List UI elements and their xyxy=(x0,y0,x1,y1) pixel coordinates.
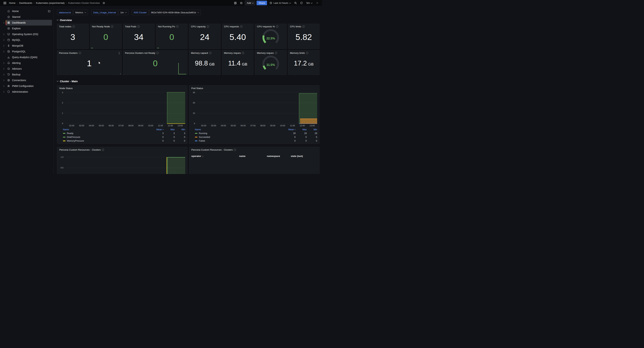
expand-chevron[interactable] xyxy=(1,68,6,70)
datasource-var-select[interactable]: Metrics xyxy=(73,10,88,15)
panel-title[interactable]: Pod Status xyxy=(191,87,203,90)
table-col-operator[interactable]: operator ↓ xyxy=(191,155,239,157)
legend-series-toggle[interactable]: MemoryPressure xyxy=(63,140,151,142)
panel-title[interactable]: CPU requests xyxy=(224,25,239,28)
legend-col-name[interactable]: Name xyxy=(195,128,283,131)
panel-title[interactable]: Total Pods xyxy=(125,25,136,28)
legend-col-max[interactable]: Max xyxy=(164,128,175,131)
legend-col-name[interactable]: Name xyxy=(63,128,151,131)
info-icon[interactable]: i xyxy=(242,52,244,54)
panel-title[interactable]: Memory capacit xyxy=(191,52,208,54)
legend-col-mean[interactable]: Mean xyxy=(283,128,296,131)
section-header-cluster-main[interactable]: Cluster - Main xyxy=(57,79,320,83)
expand-chevron[interactable] xyxy=(1,45,6,47)
sidebar-item-mongodb[interactable]: MongoDB xyxy=(6,43,52,49)
info-icon[interactable]: i xyxy=(306,52,308,54)
expand-chevron[interactable] xyxy=(1,34,6,35)
info-icon[interactable]: i xyxy=(156,52,159,54)
info-icon[interactable]: i xyxy=(102,149,104,151)
plot-area[interactable] xyxy=(64,92,185,124)
interval-var-select[interactable]: 1m xyxy=(118,10,128,15)
info-icon[interactable]: i xyxy=(240,25,242,28)
dock-menu-icon[interactable] xyxy=(48,10,50,13)
table-col-name[interactable]: name xyxy=(239,155,267,157)
share-button[interactable]: Share xyxy=(256,1,267,5)
sidebar-item-administration[interactable]: Administration xyxy=(6,89,52,95)
breadcrumb-home[interactable]: Home xyxy=(9,2,16,4)
legend-series-toggle[interactable]: Succeeded xyxy=(195,136,283,138)
panel-title[interactable]: Not Running Po xyxy=(158,25,175,28)
sidebar-item-home[interactable]: Home xyxy=(6,8,52,14)
legend-col-max[interactable]: Max xyxy=(296,128,307,131)
legend-col-mean[interactable]: Mean xyxy=(151,128,164,131)
expand-chevron[interactable] xyxy=(1,51,6,52)
refresh-button[interactable] xyxy=(299,1,304,6)
time-range-picker[interactable]: Last 12 hours xyxy=(268,1,292,5)
panel-title[interactable]: Percona Custom Resources - Clusters xyxy=(191,148,233,151)
panel-menu-icon[interactable] xyxy=(118,52,120,55)
info-icon[interactable]: i xyxy=(72,25,75,28)
legend-col-min[interactable]: Min xyxy=(175,128,185,131)
info-icon[interactable]: i xyxy=(234,149,236,151)
info-icon[interactable]: i xyxy=(302,25,305,28)
sidebar-item-pmm-configuration[interactable]: PMM Configuration xyxy=(6,83,52,89)
legend-series-toggle[interactable]: Ready xyxy=(63,132,151,135)
info-icon[interactable]: i xyxy=(275,52,277,54)
sidebar-item-query-analytics[interactable]: Query Analytics (QAN) xyxy=(6,54,52,60)
info-icon[interactable]: i xyxy=(176,25,178,28)
legend-series-toggle[interactable]: DiskPressure xyxy=(63,136,151,138)
panel-title[interactable]: CPU requests % xyxy=(257,25,275,28)
favorite-star-button[interactable] xyxy=(102,1,106,6)
table-col-namespace[interactable]: namespace xyxy=(267,155,291,157)
dashboard-settings-button[interactable] xyxy=(239,1,244,6)
expand-chevron[interactable] xyxy=(1,40,6,41)
panel-title[interactable]: Memory reques xyxy=(257,52,274,54)
panel-title[interactable]: Percona Clusters not Ready xyxy=(125,52,155,54)
section-header-overview[interactable]: Overview xyxy=(57,18,320,22)
expand-chevron[interactable] xyxy=(1,22,6,24)
breadcrumb-dashboards[interactable]: Dashboards xyxy=(19,2,32,4)
sidebar-item-starred[interactable]: Starred xyxy=(6,14,52,20)
info-icon[interactable]: i xyxy=(137,25,140,28)
info-icon[interactable]: i xyxy=(276,25,278,28)
plot-area[interactable] xyxy=(65,153,185,174)
panel-title[interactable]: Memory limits xyxy=(290,52,305,54)
panel-title[interactable]: Percona Clusters xyxy=(59,52,78,54)
refresh-interval-picker[interactable]: 5m xyxy=(305,1,314,5)
expand-chevron[interactable] xyxy=(1,74,6,75)
k8s-cluster-var-select[interactable]: 962e7d00-52f4-4838-88de-2bacaa3af61b xyxy=(149,10,201,15)
table-col-state[interactable]: state (last) xyxy=(291,155,317,157)
info-icon[interactable]: i xyxy=(209,52,212,54)
legend-series-toggle[interactable]: Failed xyxy=(195,140,283,142)
sidebar-item-advisors[interactable]: Advisors xyxy=(6,66,52,72)
expand-chevron[interactable] xyxy=(1,91,6,93)
plot-area[interactable] xyxy=(196,92,317,124)
panel-title[interactable]: Total nodes xyxy=(59,25,72,28)
panel-title[interactable]: Percona Custom Resources - Clusters xyxy=(59,148,101,151)
panel-title[interactable]: CPU limits xyxy=(290,25,301,28)
info-icon[interactable]: i xyxy=(79,52,81,54)
sidebar-item-mysql[interactable]: MySQL xyxy=(6,37,52,43)
breadcrumb-folder[interactable]: Kubernetes (experimental) xyxy=(36,2,64,4)
sidebar-item-operating-system[interactable]: Operating System (OS) xyxy=(6,31,52,37)
zoom-out-button[interactable] xyxy=(293,1,298,6)
sidebar-item-explore[interactable]: Explore xyxy=(6,26,52,31)
sidebar-item-backup[interactable]: Backup xyxy=(6,72,52,77)
expand-chevron[interactable] xyxy=(1,80,6,81)
sidebar-item-dashboards[interactable]: Dashboards xyxy=(6,20,52,26)
legend-col-min[interactable]: Min xyxy=(307,128,317,131)
panel-resize-handle[interactable] xyxy=(120,73,121,74)
expand-chevron[interactable] xyxy=(1,86,6,87)
panel-title[interactable]: Not Ready Node xyxy=(92,25,110,28)
legend-series-toggle[interactable]: Running xyxy=(195,132,283,135)
panel-title[interactable]: CPU capacity xyxy=(191,25,206,28)
sidebar-item-connections[interactable]: Connections xyxy=(6,77,52,83)
hamburger-menu-button[interactable] xyxy=(2,1,7,6)
collapse-toolbar-button[interactable] xyxy=(315,1,320,6)
info-icon[interactable]: i xyxy=(111,25,113,28)
info-icon[interactable]: i xyxy=(207,25,209,28)
panel-title[interactable]: Node Status xyxy=(59,87,73,90)
sidebar-item-postgresql[interactable]: PostgreSQL xyxy=(6,49,52,54)
save-dashboard-button[interactable] xyxy=(233,1,238,6)
expand-chevron[interactable] xyxy=(1,63,6,64)
